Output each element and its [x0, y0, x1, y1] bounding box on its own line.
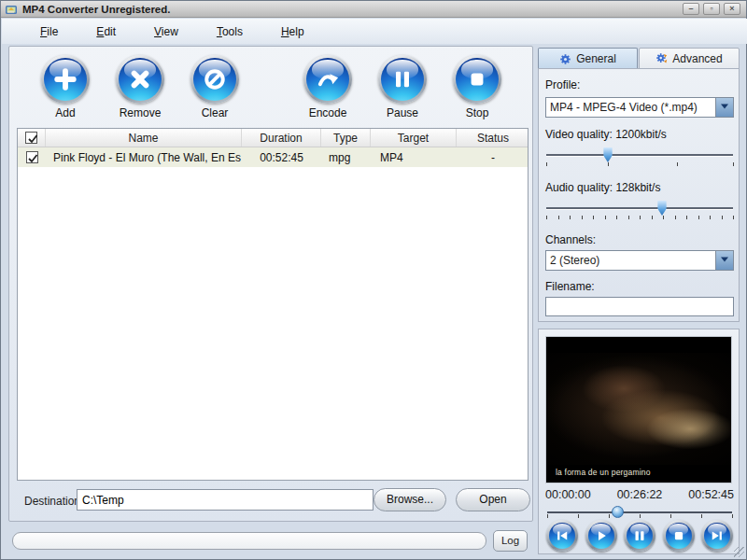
play-icon	[588, 523, 614, 549]
video-ticks	[546, 162, 733, 167]
toolbar: Add Remove Clear Encode	[9, 55, 532, 128]
slider-track	[547, 511, 732, 513]
video-preview: la forma de un pergamino	[545, 336, 732, 483]
profile-value: MP4 - MPEG-4 Video (*.mp4)	[546, 101, 715, 114]
plus-icon	[44, 58, 87, 101]
tab-general[interactable]: General	[538, 48, 638, 69]
window-title: MP4 Converter Unregistered.	[22, 4, 171, 15]
tab-advanced-label: Advanced	[672, 52, 722, 65]
play-button[interactable]	[585, 520, 617, 552]
app-window: MP4 Converter Unregistered. – ▫ × File E…	[0, 0, 747, 560]
tab-general-label: General	[576, 52, 616, 65]
time-current: 00:26:22	[617, 488, 663, 501]
header-duration[interactable]: Duration	[242, 129, 321, 147]
pause-button[interactable]: Pause	[375, 55, 430, 119]
audio-quality-slider[interactable]	[546, 200, 733, 224]
log-button[interactable]: Log	[493, 530, 528, 552]
encode-progress-bar	[12, 532, 486, 550]
filename-label: Filename:	[545, 280, 595, 293]
row-checkbox[interactable]	[18, 151, 46, 163]
resize-grip[interactable]	[734, 547, 744, 557]
settings-panel: Profile: MP4 - MPEG-4 Video (*.mp4) Vide…	[538, 68, 740, 322]
browse-button[interactable]: Browse...	[374, 488, 446, 511]
check-icon	[27, 133, 38, 145]
audio-quality-thumb[interactable]	[657, 201, 668, 216]
profile-select[interactable]: MP4 - MPEG-4 Video (*.mp4)	[545, 97, 734, 118]
stop-button[interactable]: Stop	[450, 55, 504, 119]
pause-icon	[627, 523, 653, 549]
playback-thumb[interactable]	[612, 506, 624, 518]
stop-icon	[666, 523, 692, 549]
add-button[interactable]: Add	[38, 55, 92, 119]
table-row[interactable]: Pink Floyd - El Muro (The Wall, En Es 00…	[18, 147, 528, 167]
menu-edit[interactable]: Edit	[96, 25, 116, 38]
chevron-down-icon[interactable]	[715, 98, 733, 117]
cell-status: -	[457, 151, 529, 164]
destination-input[interactable]	[77, 489, 374, 511]
filename-input[interactable]	[545, 297, 734, 316]
preview-stop-button[interactable]	[663, 520, 695, 552]
skip-end-icon	[704, 523, 730, 549]
cross-icon	[119, 58, 162, 101]
video-quality-label: Video quality: 1200kbit/s	[545, 128, 667, 141]
pause-button-label: Pause	[375, 106, 430, 119]
main-panel: Add Remove Clear Encode	[8, 46, 533, 522]
clear-button[interactable]: Clear	[188, 55, 242, 119]
app-icon	[5, 3, 18, 16]
tab-advanced[interactable]: Advanced	[639, 48, 740, 69]
profile-label: Profile:	[545, 78, 580, 91]
cell-type: mpg	[321, 151, 371, 164]
remove-button[interactable]: Remove	[113, 55, 167, 119]
select-all-checkbox[interactable]	[18, 129, 46, 147]
channels-value: 2 (Stereo)	[546, 254, 715, 267]
add-button-label: Add	[38, 106, 92, 119]
gear-arrows-icon	[655, 52, 668, 64]
preview-pause-button[interactable]	[624, 520, 655, 552]
encode-button-label: Encode	[301, 106, 355, 119]
video-frame	[546, 353, 731, 465]
video-quality-thumb[interactable]	[603, 147, 613, 162]
open-button[interactable]: Open	[456, 488, 530, 511]
clear-button-label: Clear	[188, 106, 242, 119]
playback-controls	[546, 520, 733, 552]
slider-track	[546, 207, 733, 209]
close-button[interactable]: ×	[724, 3, 740, 15]
remove-button-label: Remove	[113, 106, 167, 119]
table-header-row: Name Duration Type Target Status	[18, 129, 528, 147]
file-list-table: Name Duration Type Target Status Pink Fl…	[17, 128, 529, 481]
menu-view[interactable]: View	[154, 25, 178, 38]
gear-icon	[559, 53, 571, 65]
menu-bar: File Edit View Tools Help	[2, 19, 747, 44]
time-end: 00:52:45	[688, 488, 734, 501]
cell-target: MP4	[371, 151, 457, 164]
skip-start-button[interactable]	[546, 520, 578, 552]
preview-panel: la forma de un pergamino 00:00:00 00:26:…	[538, 329, 740, 554]
menu-help[interactable]: Help	[281, 25, 304, 38]
encode-button[interactable]: Encode	[301, 55, 355, 119]
header-target[interactable]: Target	[371, 129, 457, 147]
audio-ticks	[546, 216, 733, 220]
menu-file[interactable]: File	[40, 25, 58, 38]
pause-icon	[381, 58, 424, 101]
chevron-down-icon[interactable]	[715, 251, 733, 270]
skip-start-icon	[549, 523, 575, 549]
channels-select[interactable]: 2 (Stereo)	[545, 250, 734, 271]
destination-label: Destination:	[24, 495, 83, 508]
slider-track	[546, 154, 733, 156]
header-status[interactable]: Status	[457, 129, 529, 147]
curved-arrow-icon	[306, 58, 349, 101]
check-icon	[27, 153, 38, 164]
cell-duration: 00:52:45	[242, 151, 321, 164]
header-type[interactable]: Type	[321, 129, 371, 147]
cell-name: Pink Floyd - El Muro (The Wall, En Es	[46, 151, 242, 164]
video-quality-slider[interactable]	[546, 147, 733, 171]
minimize-button[interactable]: –	[683, 3, 699, 15]
video-subtitle: la forma de un pergamino	[556, 468, 651, 477]
maximize-button[interactable]: ▫	[703, 3, 720, 15]
menu-tools[interactable]: Tools	[217, 25, 243, 38]
channels-label: Channels:	[545, 233, 596, 246]
stop-button-label: Stop	[450, 106, 504, 119]
header-name[interactable]: Name	[46, 129, 242, 147]
audio-quality-label: Audio quality: 128kbit/s	[545, 181, 660, 194]
skip-end-button[interactable]	[701, 520, 733, 552]
